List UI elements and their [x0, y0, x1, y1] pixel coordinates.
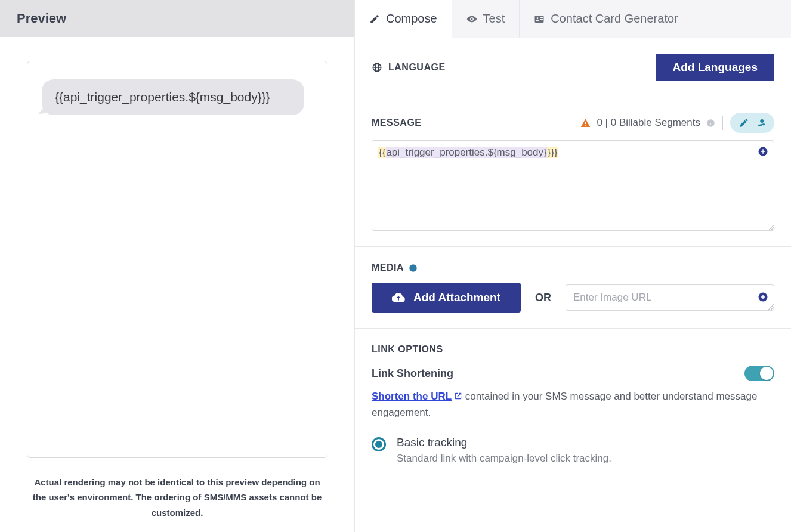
add-url-icon[interactable] [758, 292, 768, 302]
add-personalization-icon[interactable] [758, 146, 768, 157]
message-heading: MESSAGE [372, 117, 422, 128]
toggle-knob [760, 367, 773, 380]
preview-frame: {{api_trigger_properties.${msg_body}}} [27, 61, 327, 458]
preview-body: {{api_trigger_properties.${msg_body}}} A… [0, 37, 354, 533]
close-brace: }}} [547, 147, 558, 158]
open-brace: {{ [378, 147, 386, 158]
segments-group: 0 | 0 Billable Segments i [580, 113, 774, 133]
editor-actions-pill [730, 113, 774, 133]
add-attachment-label: Add Attachment [413, 291, 500, 304]
link-shortening-toggle[interactable] [744, 366, 774, 381]
id-card-icon [534, 14, 545, 24]
media-heading: MEDIA [372, 262, 404, 273]
basic-tracking-label: Basic tracking [397, 436, 611, 449]
link-options-heading: LINK OPTIONS [372, 344, 443, 354]
media-section: MEDIA i Add Attachment OR [355, 247, 791, 329]
tab-test-label: Test [483, 12, 505, 26]
image-url-input[interactable] [566, 284, 774, 311]
warning-icon [580, 118, 591, 128]
tab-contact-card-generator[interactable]: Contact Card Generator [520, 0, 791, 38]
sms-bubble: {{api_trigger_properties.${msg_body}}} [42, 79, 304, 115]
tab-test[interactable]: Test [452, 0, 520, 38]
radio-basic-tracking[interactable] [372, 437, 386, 451]
tabs-bar: Compose Test Contact Card Generator [355, 0, 791, 38]
tab-compose[interactable]: Compose [355, 0, 452, 38]
link-shortening-subhead: Link Shortening [372, 367, 453, 380]
segments-text: 0 | 0 Billable Segments [597, 117, 700, 129]
external-link-icon [454, 392, 462, 400]
message-editor[interactable]: {{api_trigger_properties.${msg_body}}}} [372, 140, 774, 231]
or-text: OR [535, 292, 551, 304]
basic-tracking-option[interactable]: Basic tracking Standard link with campai… [372, 436, 774, 465]
vertical-divider [722, 116, 723, 130]
cloud-upload-icon [392, 291, 405, 304]
liquid-expression: api_trigger_properties.${msg_body} [386, 147, 546, 158]
add-user-icon[interactable] [755, 117, 766, 128]
language-heading: LANGUAGE [388, 62, 446, 73]
pencil-icon [369, 14, 380, 24]
preview-note: Actual rendering may not be identical to… [28, 475, 326, 521]
info-icon[interactable]: i [409, 264, 418, 273]
basic-tracking-sub: Standard link with campaign-level click … [397, 453, 611, 465]
eye-icon [466, 14, 477, 24]
globe-icon [372, 62, 382, 73]
shorten-url-link[interactable]: Shorten the URL [372, 391, 452, 402]
edit-icon[interactable] [739, 117, 749, 128]
radio-dot [375, 441, 382, 448]
preview-header: Preview [0, 0, 354, 37]
language-section: LANGUAGE Add Languages [355, 38, 791, 97]
add-languages-button[interactable]: Add Languages [656, 54, 774, 81]
link-shortening-desc: Shorten the URL contained in your SMS me… [372, 388, 774, 420]
tab-card-gen-label: Contact Card Generator [551, 12, 678, 26]
tab-compose-label: Compose [386, 12, 437, 26]
preview-title: Preview [17, 11, 66, 26]
link-options-section: LINK OPTIONS Link Shortening Shorten the… [355, 329, 791, 488]
add-attachment-button[interactable]: Add Attachment [372, 283, 521, 313]
info-icon[interactable]: i [706, 119, 715, 128]
message-section: MESSAGE 0 | 0 Billable Segments i {{api_… [355, 97, 791, 247]
